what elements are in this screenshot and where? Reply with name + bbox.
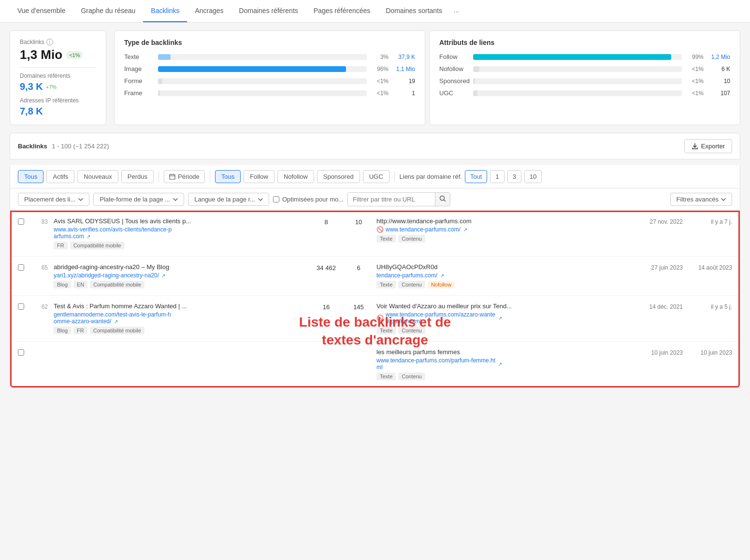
source-url[interactable]: yari1.xyz/abridged-raging-ancestry-na20/… <box>54 272 306 279</box>
row-source: Avis SARL ODYSSEUS | Tous les avis clien… <box>54 217 306 249</box>
filter-num-10[interactable]: 10 <box>524 170 542 183</box>
source-title: Avis SARL ODYSSEUS | Tous les avis clien… <box>54 217 306 225</box>
chevron-down-icon <box>78 198 83 201</box>
chart-row-forme: Forme <1% 19 <box>124 77 415 85</box>
row-date-first: 27 juin 2023 <box>635 263 683 271</box>
target-url[interactable]: 🚫 www.tendance-parfums.com/ ↗ <box>376 226 629 233</box>
row-date-last: il y a 7 j. <box>689 217 732 225</box>
backlinks-label: Backlinks i <box>20 39 96 45</box>
chart-row-sponsored: Sponsored <1% 10 <box>439 77 730 85</box>
row-checkbox[interactable] <box>18 348 28 357</box>
chart-row-nofollow: Nofollow <1% 6 K <box>439 65 730 72</box>
source-tags: Blog FR Compatibilité mobile <box>54 327 306 334</box>
ext-link-icon-2: ↗ <box>440 273 444 278</box>
row-date-first: 14 déc. 2021 <box>635 302 683 310</box>
nav-pages-referencees[interactable]: Pages référencées <box>306 0 378 22</box>
chevron-down-icon-2 <box>173 198 178 201</box>
chevron-down-icon-3 <box>258 198 263 201</box>
attributs-liens-card: Attributs de liens Follow 99% 1,2 Mio No… <box>429 30 740 125</box>
row-checkbox[interactable] <box>18 263 28 272</box>
no-image-icon: 🚫 <box>376 226 384 233</box>
target-title: Voir Wanted d'Azzaro au meilleur prix su… <box>376 302 629 310</box>
table-row: 62 Test & Avis : Parfum homme Azzaro Wan… <box>10 296 740 342</box>
row-target: http://www.tendance-parfums.com 🚫 www.te… <box>376 217 629 243</box>
search-filter <box>347 192 450 206</box>
backlinks-section-title: Backlinks 1 - 100 (~1 254 222) <box>18 143 109 150</box>
row-number: 62 <box>33 302 48 310</box>
row-date-first: 10 juin 2023 <box>635 348 683 356</box>
type-backlinks-card: Type de backlinks Texte 3% 37,9 K Image … <box>114 30 425 125</box>
row-metric-2 <box>346 348 371 349</box>
plateforme-dropdown[interactable]: Plate-forme de la page ... <box>93 193 184 206</box>
backlinks-section: Backlinks 1 - 100 (~1 254 222) Exporter … <box>10 133 740 388</box>
info-icon[interactable]: i <box>46 39 53 45</box>
filter-attr-tous[interactable]: Tous <box>215 170 241 183</box>
ext-link-icon: ↗ <box>161 273 165 278</box>
target-tags: Texte Contenu <box>376 327 629 334</box>
filter-attr-ugc[interactable]: UGC <box>363 170 389 183</box>
nav-domaines-sortants[interactable]: Domaines sortants <box>378 0 450 22</box>
filter-tous[interactable]: Tous <box>18 170 43 183</box>
nav-graphe[interactable]: Graphe du réseau <box>73 0 143 22</box>
filter-attr-sponsored[interactable]: Sponsored <box>317 170 360 183</box>
filter-num-3[interactable]: 3 <box>507 170 521 183</box>
target-url[interactable]: www.tendance-parfums.com/parfum-femme.ht… <box>376 357 629 371</box>
target-url[interactable]: 🚫 www.tendance-parfums.com/azzaro-wanted… <box>376 311 629 325</box>
row-source: Test & Avis : Parfum homme Azzaro Wanted… <box>54 302 306 334</box>
referents-label: Domaines référents <box>20 72 96 79</box>
svg-point-1 <box>440 196 445 201</box>
stat-card-backlinks: Backlinks i 1,3 Mio <1% Domaines référen… <box>10 30 106 125</box>
filtres-avances-button[interactable]: Filtres avancés <box>670 193 732 206</box>
table-row: 83 Avis SARL ODYSSEUS | Tous les avis cl… <box>10 211 740 257</box>
top-navigation: Vue d'ensemble Graphe du réseau Backlink… <box>0 0 750 23</box>
row-metric-2: 145 <box>346 302 371 311</box>
periode-button[interactable]: Période <box>164 170 205 183</box>
filter-num-tout[interactable]: Tout <box>465 170 488 183</box>
nav-vue-ensemble[interactable]: Vue d'ensemble <box>10 0 73 22</box>
filter-attr-follow[interactable]: Follow <box>244 170 274 183</box>
ext-link-icon: ↗ <box>87 234 90 239</box>
main-content: Backlinks i 1,3 Mio <1% Domaines référen… <box>0 23 750 396</box>
source-url[interactable]: www.avis-verifies.com/avis-clients/tenda… <box>54 226 306 240</box>
row-metric-1: 16 <box>312 302 341 311</box>
row-number <box>33 348 48 349</box>
target-title: http://www.tendance-parfums.com <box>376 217 629 225</box>
nav-more[interactable]: ··· <box>450 1 463 22</box>
type-backlinks-title: Type de backlinks <box>124 39 415 46</box>
tag-fr: FR <box>54 242 68 249</box>
tag-contenu: Contenu <box>398 235 425 243</box>
source-title: abridged-raging-ancestry-na20 – My Blog <box>54 263 306 271</box>
source-url[interactable]: gentlemanmoderne.com/test-avis-le-parfum… <box>54 311 306 325</box>
chart-row-texte: Texte 3% 37,9 K <box>124 53 415 60</box>
filter-perdus[interactable]: Perdus <box>121 170 154 183</box>
chart-cards: Type de backlinks Texte 3% 37,9 K Image … <box>114 30 740 125</box>
filter-nouveaux[interactable]: Nouveaux <box>77 170 118 183</box>
tag-texte: Texte <box>376 235 396 243</box>
optimisees-checkbox[interactable]: Optimisées pour mo... <box>273 196 344 203</box>
filter-attr-nofollow[interactable]: Nofollow <box>277 170 314 183</box>
row-checkbox[interactable] <box>18 217 28 226</box>
search-input[interactable] <box>348 193 435 205</box>
filter-divider-2 <box>210 171 210 183</box>
filter-num-1[interactable]: 1 <box>490 170 504 183</box>
nav-ancrages[interactable]: Ancrages <box>187 0 231 22</box>
target-url[interactable]: tendance-parfums.com/ ↗ <box>376 272 629 279</box>
ext-link-icon-2: ↗ <box>463 227 467 232</box>
optimisees-checkbox-input[interactable] <box>273 196 279 202</box>
search-button[interactable] <box>435 193 450 206</box>
calendar-icon <box>169 173 175 180</box>
nav-domaines-referents[interactable]: Domaines référents <box>231 0 306 22</box>
tag-blog: Blog <box>54 327 71 334</box>
export-button[interactable]: Exporter <box>684 139 732 153</box>
filter-actifs[interactable]: Actifs <box>46 170 74 183</box>
referents-value: 9,3 K +7% <box>20 81 96 92</box>
chart-row-ugc: UGC <1% 107 <box>439 89 730 97</box>
placement-dropdown[interactable]: Placement des li... <box>18 193 89 206</box>
langue-dropdown[interactable]: Langue de la page r... <box>188 193 269 206</box>
search-icon <box>439 195 446 202</box>
nav-backlinks[interactable]: Backlinks <box>143 0 187 22</box>
tag-mobile: Compatibilité mobile <box>90 327 144 334</box>
row-checkbox[interactable] <box>18 302 28 311</box>
export-icon <box>692 143 698 150</box>
row-date-last: 10 juin 2023 <box>689 348 732 356</box>
